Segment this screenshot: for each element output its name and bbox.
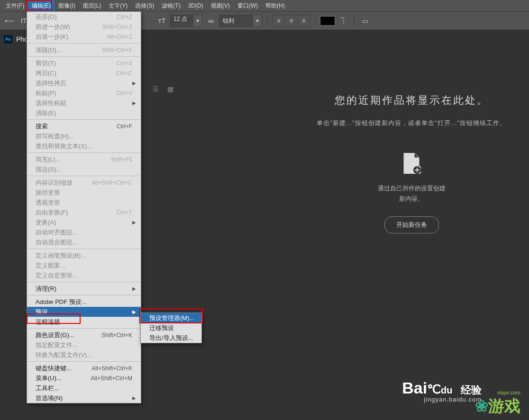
- menu-item[interactable]: 搜索Ctrl+F: [27, 121, 141, 131]
- menu-item-label: 还原(O): [36, 13, 57, 21]
- menu-item[interactable]: 工具栏...: [27, 383, 141, 393]
- menubar-item[interactable]: 图像(I): [55, 0, 79, 12]
- submenu-item[interactable]: 导出/导入预设...: [141, 333, 201, 343]
- menu-item: 转换为配置文件(V)...: [27, 350, 141, 360]
- font-size-field[interactable]: 12 点 ▼: [170, 15, 202, 27]
- menu-separator: [27, 249, 140, 249]
- list-view-button[interactable]: ☰: [153, 85, 159, 93]
- align-left-button[interactable]: ≡: [273, 15, 285, 27]
- menu-separator: [27, 328, 140, 329]
- menu-item-label: 自动对齐图层...: [36, 228, 78, 237]
- menu-item-label: 拼写检查(H)...: [36, 132, 74, 141]
- submenu-item[interactable]: 迁移预设: [141, 323, 201, 333]
- font-size-icon: ᴛT: [156, 15, 167, 27]
- menu-item[interactable]: 颜色设置(G)...Shift+Ctrl+K: [27, 330, 141, 340]
- menu-item: 透视变形: [27, 197, 141, 207]
- menubar: 文件(F)编辑(E)图像(I)图层(L)文字(Y)选择(S)滤镜(T)3D(D)…: [0, 0, 529, 11]
- menubar-item[interactable]: 视图(V): [207, 0, 234, 12]
- menu-item: 自由变换(F)Ctrl+T: [27, 207, 141, 217]
- panel-icon[interactable]: ▭: [359, 15, 371, 27]
- warp-text-icon[interactable]: ⏋: [338, 15, 349, 27]
- menu-separator: [27, 43, 140, 44]
- menu-item-label: 渐隐(D)...: [36, 46, 62, 54]
- menu-shortcut: Shift+Ctrl+K: [101, 332, 132, 339]
- menu-shortcut: Ctrl+C: [116, 70, 132, 77]
- menu-item: 选择性拷贝▶: [27, 78, 141, 88]
- menu-item: 后退一步(K)Alt+Ctrl+Z: [27, 32, 141, 42]
- menubar-item[interactable]: 滤镜(T): [158, 0, 184, 12]
- antialias-value: 锐利: [220, 17, 253, 25]
- chevron-down-icon[interactable]: ▼: [193, 15, 202, 27]
- menu-item[interactable]: Adobe PDF 预设...: [27, 297, 141, 307]
- menu-separator: [27, 361, 140, 362]
- menu-item[interactable]: 清理(R)▶: [27, 284, 141, 294]
- menu-item-label: 粘贴(P): [36, 89, 56, 98]
- start-new-task-button[interactable]: 开始新任务: [384, 216, 439, 233]
- menu-item: 指定配置文件...: [27, 340, 141, 350]
- view-switcher: ☰ ▦: [153, 85, 173, 93]
- menu-separator: [27, 152, 140, 153]
- menubar-item[interactable]: 帮助(H): [262, 0, 289, 12]
- menu-item-label: 搜索: [36, 122, 48, 131]
- submenu-arrow-icon: ▶: [132, 395, 136, 401]
- menu-separator: [27, 119, 140, 120]
- submenu-arrow-icon: ▶: [132, 309, 136, 314]
- menu-item-label: 颜色设置(G)...: [36, 331, 74, 340]
- menu-item-label: 查找和替换文本(X)...: [36, 142, 92, 151]
- watermark2-text: ❀游戏: [475, 395, 520, 417]
- menu-item-label: 剪切(T): [36, 59, 56, 68]
- text-color-swatch[interactable]: [320, 16, 335, 26]
- welcome-title: 您的近期作品将显示在此处。: [303, 93, 520, 107]
- menu-item-label: 自动混合图层...: [36, 238, 78, 247]
- align-right-button[interactable]: ≡: [297, 15, 310, 27]
- menu-item: 清除(E): [27, 108, 141, 118]
- menu-item-label: 填充(L)...: [36, 155, 61, 164]
- submenu-arrow-icon: ▶: [132, 80, 136, 86]
- menu-item: 填充(L)...Shift+F5: [27, 154, 141, 164]
- ps-logo-icon: Ps: [4, 35, 12, 44]
- annotation-box: [26, 0, 52, 10]
- menu-item[interactable]: 键盘快捷键...Alt+Shift+Ctrl+K: [27, 363, 141, 373]
- menu-item-label: 拷贝(C): [36, 69, 56, 78]
- menu-shortcut: Ctrl+V: [116, 90, 132, 97]
- menu-item-label: 内容识别缩放: [36, 179, 73, 187]
- menu-item-label: 变换(A): [36, 218, 56, 227]
- welcome-desc2: 新内容。: [303, 194, 520, 204]
- chevron-down-icon[interactable]: ▼: [253, 15, 262, 27]
- menubar-item[interactable]: 文字(Y): [105, 0, 131, 12]
- antialias-select[interactable]: 锐利 ▼: [219, 15, 262, 27]
- menu-item: 渐隐(D)...Shift+Ctrl+F: [27, 45, 141, 55]
- menu-item-label: 定义自定形状...: [36, 271, 78, 280]
- menu-item: 前进一步(W)Shift+Ctrl+Z: [27, 22, 141, 32]
- menubar-item[interactable]: 3D(D): [184, 0, 207, 11]
- grid-view-button[interactable]: ▦: [167, 85, 173, 93]
- menu-item: 描边(S)...: [27, 164, 141, 174]
- menubar-item[interactable]: 文件(F): [2, 0, 28, 12]
- home-icon[interactable]: ⟵: [4, 15, 15, 27]
- menu-item: 自动对齐图层...: [27, 227, 141, 237]
- menubar-item[interactable]: 窗口(W): [234, 0, 262, 12]
- annotation-box: [139, 308, 203, 323]
- menubar-item[interactable]: 选择(S): [131, 0, 158, 12]
- menubar-item[interactable]: 图层(L): [79, 0, 105, 12]
- menu-item: 变换(A)▶: [27, 217, 141, 227]
- menu-item: 粘贴(P)Ctrl+V: [27, 88, 141, 98]
- menu-shortcut: Shift+Ctrl+F: [102, 47, 132, 54]
- separator: [315, 15, 315, 27]
- menu-item-label: 键盘快捷键...: [36, 364, 72, 373]
- menu-separator: [27, 56, 140, 57]
- align-center-button[interactable]: ≡: [285, 15, 297, 27]
- welcome-panel: 您的近期作品将显示在此处。 单击"新建..."按钮创建新内容，或者单击"打开..…: [303, 93, 520, 233]
- menu-separator: [27, 295, 140, 295]
- menu-item-label: 操控变形: [36, 188, 60, 197]
- watermark-baidu: Bai℃du 经验 jingyan.baidu.com: [402, 380, 482, 403]
- submenu-arrow-icon: ▶: [132, 286, 136, 291]
- menu-separator: [27, 176, 140, 176]
- font-size-input[interactable]: 12 点: [171, 15, 193, 27]
- annotation-box: [27, 313, 81, 324]
- menu-shortcut: Ctrl+T: [117, 209, 132, 216]
- submenu-item-label: 导出/导入预设...: [149, 334, 193, 342]
- menu-item[interactable]: 菜单(U)...Alt+Shift+Ctrl+M: [27, 373, 141, 383]
- menu-item[interactable]: 首选项(N)▶: [27, 393, 141, 403]
- menu-item-label: 定义图案...: [36, 261, 65, 270]
